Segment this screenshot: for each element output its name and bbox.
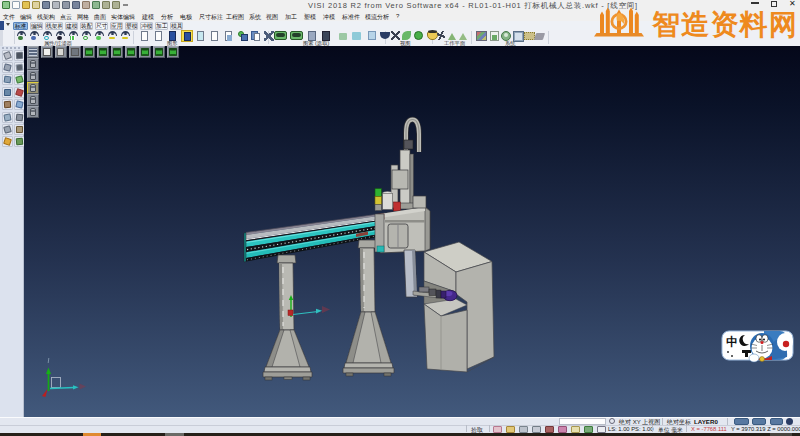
svg-text:中: 中 [726,335,738,349]
svg-text:智造资料网: 智造资料网 [651,9,798,40]
